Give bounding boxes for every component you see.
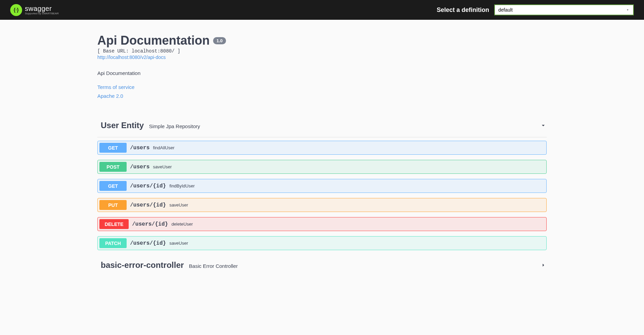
api-title: Api Documentation 1.0 [97,33,226,48]
main-content: Api Documentation 1.0 [ Base URL: localh… [80,20,564,297]
swagger-logo-icon: {·} [10,4,22,16]
operation-row[interactable]: POST/userssaveUser [97,160,547,174]
operation-summary: findByIdUser [170,183,195,188]
logo-subtitle: Supported by SMARTBEAR [25,12,59,15]
operation-row[interactable]: GET/usersfindAllUser [97,141,547,155]
tags-container: User EntitySimple Jpa RepositoryGET/user… [97,117,547,277]
operation-method-badge: PATCH [99,238,127,248]
definition-select[interactable]: default [494,4,634,15]
operations-list: GET/usersfindAllUserPOST/userssaveUserGE… [97,141,547,250]
license-link[interactable]: Apache 2.0 [97,92,547,101]
tag-section: basic-error-controllerBasic Error Contro… [97,257,547,277]
operation-path: /users [130,145,150,151]
operation-path: /users/{id} [130,240,166,246]
swagger-logo-text: swagger Supported by SMARTBEAR [25,5,59,15]
tag-description: Basic Error Controller [189,263,238,269]
operation-row[interactable]: PATCH/users/{id}saveUser [97,236,547,250]
chevron-down-icon [540,122,547,129]
operation-method-badge: DELETE [99,219,129,229]
operation-summary: findAllUser [153,145,175,150]
logo-title: swagger [25,5,59,13]
chevron-right-icon [540,262,547,269]
base-url: [ Base URL: localhost:8080/ ] [97,48,547,54]
operation-method-badge: PUT [99,200,127,210]
operation-summary: saveUser [153,164,172,169]
operation-path: /users/{id} [132,221,168,227]
api-info: Api Documentation 1.0 [ Base URL: localh… [97,33,547,100]
operation-method-badge: GET [99,143,127,153]
operation-summary: deleteUser [172,222,193,227]
operation-method-badge: GET [99,181,127,191]
operation-path: /users [130,164,150,170]
tag-name: User Entity [101,121,144,130]
api-title-text: Api Documentation [97,33,210,48]
operation-row[interactable]: DELETE/users/{id}deleteUser [97,217,547,231]
tag-header[interactable]: User EntitySimple Jpa Repository [97,117,547,137]
operation-summary: saveUser [170,241,188,246]
version-badge: 1.0 [213,37,226,44]
operation-row[interactable]: PUT/users/{id}saveUser [97,198,547,212]
api-docs-link[interactable]: http://localhost:8080/v2/api-docs [97,55,547,60]
topbar: {·} swagger Supported by SMARTBEAR Selec… [0,0,644,20]
definition-selector-group: Select a definition default [437,4,634,15]
tag-header[interactable]: basic-error-controllerBasic Error Contro… [97,257,547,277]
operation-path: /users/{id} [130,183,166,189]
operation-row[interactable]: GET/users/{id}findByIdUser [97,179,547,193]
operation-method-badge: POST [99,162,127,172]
info-links: Terms of service Apache 2.0 [97,83,547,100]
tag-section: User EntitySimple Jpa RepositoryGET/user… [97,117,547,250]
tag-name: basic-error-controller [101,260,184,270]
operation-path: /users/{id} [130,202,166,208]
tag-description: Simple Jpa Repository [149,123,200,129]
operation-summary: saveUser [170,202,188,208]
swagger-logo[interactable]: {·} swagger Supported by SMARTBEAR [10,4,59,16]
select-definition-label: Select a definition [437,6,489,14]
tag-header-left: User EntitySimple Jpa Repository [101,121,200,130]
api-description: Api Documentation [97,70,547,76]
terms-of-service-link[interactable]: Terms of service [97,83,547,92]
tag-header-left: basic-error-controllerBasic Error Contro… [101,260,238,270]
